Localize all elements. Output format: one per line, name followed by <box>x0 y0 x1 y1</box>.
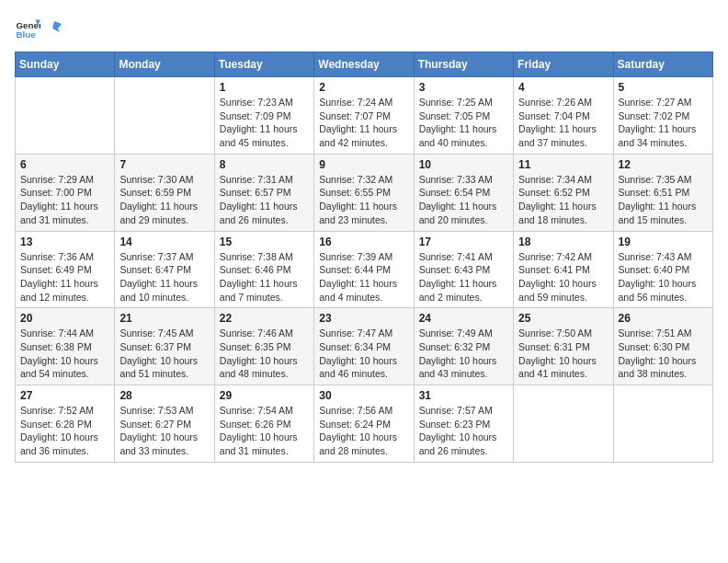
calendar-week-row: 6Sunrise: 7:29 AM Sunset: 7:00 PM Daylig… <box>16 154 713 231</box>
day-number: 14 <box>119 236 209 248</box>
calendar-table: SundayMondayTuesdayWednesdayThursdayFrid… <box>15 52 713 463</box>
day-info: Sunrise: 7:45 AM Sunset: 6:37 PM Dayligh… <box>119 327 209 381</box>
calendar-day-cell: 27Sunrise: 7:52 AM Sunset: 6:28 PM Dayli… <box>16 385 115 463</box>
weekday-header: Sunday <box>16 52 115 77</box>
day-number: 21 <box>119 312 209 325</box>
calendar-day-cell: 11Sunrise: 7:34 AM Sunset: 6:52 PM Dayli… <box>514 154 613 231</box>
calendar-day-cell: 2Sunrise: 7:24 AM Sunset: 7:07 PM Daylig… <box>314 77 414 155</box>
calendar-day-cell: 1Sunrise: 7:23 AM Sunset: 7:09 PM Daylig… <box>214 77 313 155</box>
day-info: Sunrise: 7:38 AM Sunset: 6:46 PM Dayligh… <box>220 250 309 304</box>
calendar-day-cell: 20Sunrise: 7:44 AM Sunset: 6:38 PM Dayli… <box>16 308 115 385</box>
day-number: 27 <box>20 389 109 402</box>
day-number: 11 <box>518 158 608 171</box>
calendar-week-row: 13Sunrise: 7:36 AM Sunset: 6:49 PM Dayli… <box>16 231 713 308</box>
day-info: Sunrise: 7:36 AM Sunset: 6:49 PM Dayligh… <box>20 250 109 304</box>
calendar-day-cell <box>514 385 613 463</box>
day-info: Sunrise: 7:31 AM Sunset: 6:57 PM Dayligh… <box>220 173 309 227</box>
day-info: Sunrise: 7:54 AM Sunset: 6:26 PM Dayligh… <box>220 404 309 458</box>
day-info: Sunrise: 7:29 AM Sunset: 7:00 PM Dayligh… <box>20 173 109 227</box>
day-info: Sunrise: 7:24 AM Sunset: 7:07 PM Dayligh… <box>319 96 408 150</box>
svg-marker-3 <box>52 21 62 32</box>
day-info: Sunrise: 7:33 AM Sunset: 6:54 PM Dayligh… <box>419 173 508 227</box>
calendar-day-cell: 26Sunrise: 7:51 AM Sunset: 6:30 PM Dayli… <box>613 308 712 385</box>
day-info: Sunrise: 7:57 AM Sunset: 6:23 PM Dayligh… <box>419 404 508 458</box>
calendar-day-cell: 23Sunrise: 7:47 AM Sunset: 6:34 PM Dayli… <box>314 308 414 385</box>
calendar-day-cell: 13Sunrise: 7:36 AM Sunset: 6:49 PM Dayli… <box>16 231 115 308</box>
weekday-header: Monday <box>115 52 214 77</box>
day-info: Sunrise: 7:37 AM Sunset: 6:47 PM Dayligh… <box>119 250 209 304</box>
day-number: 8 <box>220 158 309 171</box>
day-number: 9 <box>319 158 408 171</box>
day-number: 1 <box>220 81 309 94</box>
day-info: Sunrise: 7:42 AM Sunset: 6:41 PM Dayligh… <box>518 250 608 304</box>
calendar-day-cell: 3Sunrise: 7:25 AM Sunset: 7:05 PM Daylig… <box>414 77 513 155</box>
calendar-week-row: 27Sunrise: 7:52 AM Sunset: 6:28 PM Dayli… <box>16 385 713 463</box>
calendar-day-cell <box>16 77 115 155</box>
day-number: 20 <box>20 312 109 325</box>
day-number: 12 <box>619 158 708 171</box>
calendar-day-cell: 6Sunrise: 7:29 AM Sunset: 7:00 PM Daylig… <box>16 154 115 231</box>
day-number: 22 <box>220 312 309 325</box>
day-number: 31 <box>419 389 508 402</box>
calendar-day-cell: 8Sunrise: 7:31 AM Sunset: 6:57 PM Daylig… <box>214 154 313 231</box>
day-info: Sunrise: 7:39 AM Sunset: 6:44 PM Dayligh… <box>319 250 408 304</box>
calendar-day-cell: 9Sunrise: 7:32 AM Sunset: 6:55 PM Daylig… <box>314 154 414 231</box>
day-info: Sunrise: 7:49 AM Sunset: 6:32 PM Dayligh… <box>419 327 508 381</box>
logo-icon: General Blue <box>15 15 40 40</box>
day-info: Sunrise: 7:43 AM Sunset: 6:40 PM Dayligh… <box>619 250 708 304</box>
calendar-day-cell: 19Sunrise: 7:43 AM Sunset: 6:40 PM Dayli… <box>613 231 712 308</box>
day-info: Sunrise: 7:47 AM Sunset: 6:34 PM Dayligh… <box>319 327 408 381</box>
logo: General Blue <box>15 15 62 40</box>
calendar-day-cell: 25Sunrise: 7:50 AM Sunset: 6:31 PM Dayli… <box>514 308 613 385</box>
calendar-header-row: SundayMondayTuesdayWednesdayThursdayFrid… <box>16 52 713 77</box>
day-info: Sunrise: 7:25 AM Sunset: 7:05 PM Dayligh… <box>419 96 508 150</box>
calendar-day-cell: 31Sunrise: 7:57 AM Sunset: 6:23 PM Dayli… <box>414 385 513 463</box>
day-number: 18 <box>518 236 608 248</box>
calendar-day-cell: 18Sunrise: 7:42 AM Sunset: 6:41 PM Dayli… <box>514 231 613 308</box>
day-number: 29 <box>220 389 309 402</box>
day-number: 10 <box>419 158 508 171</box>
day-number: 13 <box>20 236 109 248</box>
day-info: Sunrise: 7:41 AM Sunset: 6:43 PM Dayligh… <box>419 250 508 304</box>
day-number: 3 <box>419 81 508 94</box>
calendar-day-cell: 7Sunrise: 7:30 AM Sunset: 6:59 PM Daylig… <box>115 154 214 231</box>
weekday-header: Saturday <box>613 52 712 77</box>
day-number: 6 <box>20 158 109 171</box>
calendar-day-cell: 16Sunrise: 7:39 AM Sunset: 6:44 PM Dayli… <box>314 231 414 308</box>
calendar-day-cell: 29Sunrise: 7:54 AM Sunset: 6:26 PM Dayli… <box>214 385 313 463</box>
weekday-header: Tuesday <box>214 52 313 77</box>
day-number: 25 <box>518 312 608 325</box>
day-info: Sunrise: 7:34 AM Sunset: 6:52 PM Dayligh… <box>518 173 608 227</box>
logo-bird-icon <box>45 19 62 36</box>
day-info: Sunrise: 7:30 AM Sunset: 6:59 PM Dayligh… <box>119 173 209 227</box>
day-info: Sunrise: 7:46 AM Sunset: 6:35 PM Dayligh… <box>220 327 309 381</box>
calendar-week-row: 1Sunrise: 7:23 AM Sunset: 7:09 PM Daylig… <box>16 77 713 155</box>
calendar-day-cell: 17Sunrise: 7:41 AM Sunset: 6:43 PM Dayli… <box>414 231 513 308</box>
calendar-day-cell: 14Sunrise: 7:37 AM Sunset: 6:47 PM Dayli… <box>115 231 214 308</box>
day-number: 5 <box>619 81 708 94</box>
day-number: 15 <box>220 236 309 248</box>
calendar-day-cell: 10Sunrise: 7:33 AM Sunset: 6:54 PM Dayli… <box>414 154 513 231</box>
calendar-day-cell <box>613 385 712 463</box>
weekday-header: Thursday <box>414 52 513 77</box>
calendar-day-cell: 12Sunrise: 7:35 AM Sunset: 6:51 PM Dayli… <box>613 154 712 231</box>
day-info: Sunrise: 7:27 AM Sunset: 7:02 PM Dayligh… <box>619 96 708 150</box>
day-info: Sunrise: 7:32 AM Sunset: 6:55 PM Dayligh… <box>319 173 408 227</box>
calendar-week-row: 20Sunrise: 7:44 AM Sunset: 6:38 PM Dayli… <box>16 308 713 385</box>
day-number: 23 <box>319 312 408 325</box>
calendar-day-cell: 5Sunrise: 7:27 AM Sunset: 7:02 PM Daylig… <box>613 77 712 155</box>
day-number: 16 <box>319 236 408 248</box>
day-number: 17 <box>419 236 508 248</box>
day-number: 30 <box>319 389 408 402</box>
day-info: Sunrise: 7:51 AM Sunset: 6:30 PM Dayligh… <box>619 327 708 381</box>
day-number: 4 <box>518 81 608 94</box>
calendar-day-cell: 4Sunrise: 7:26 AM Sunset: 7:04 PM Daylig… <box>514 77 613 155</box>
weekday-header: Friday <box>514 52 613 77</box>
calendar-day-cell: 21Sunrise: 7:45 AM Sunset: 6:37 PM Dayli… <box>115 308 214 385</box>
day-info: Sunrise: 7:56 AM Sunset: 6:24 PM Dayligh… <box>319 404 408 458</box>
day-number: 26 <box>619 312 708 325</box>
day-info: Sunrise: 7:53 AM Sunset: 6:27 PM Dayligh… <box>119 404 209 458</box>
calendar-day-cell: 24Sunrise: 7:49 AM Sunset: 6:32 PM Dayli… <box>414 308 513 385</box>
page-header: General Blue <box>15 15 713 40</box>
day-info: Sunrise: 7:23 AM Sunset: 7:09 PM Dayligh… <box>220 96 309 150</box>
